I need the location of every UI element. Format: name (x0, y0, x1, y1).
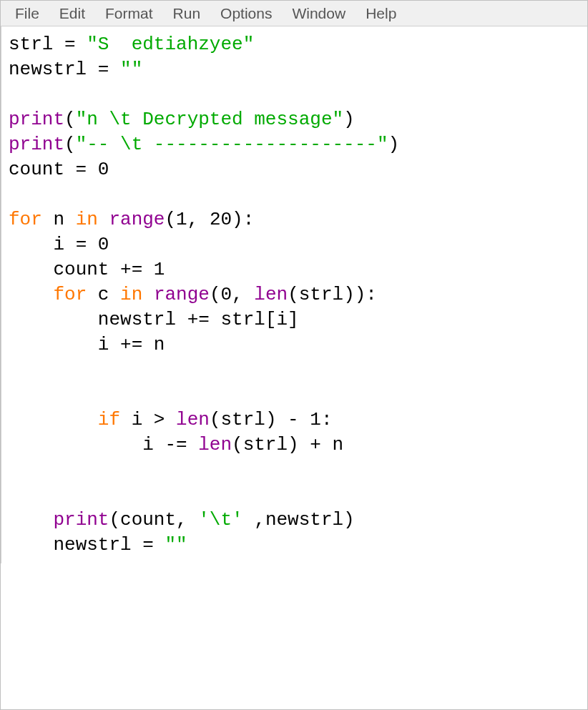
code-line-11: for c in range(0, len(strl)): (9, 284, 377, 305)
code-line-6: count = 0 (9, 159, 109, 180)
code-editor[interactable]: strl = "S edtiahzyee" newstrl = "" print… (1, 26, 587, 563)
code-line-21: newstrl = "" (9, 534, 187, 556)
code-line-8: for n in range(1, 20): (9, 209, 254, 230)
menu-format[interactable]: Format (95, 2, 163, 25)
code-line-16: if i > len(strl) - 1: (9, 409, 333, 430)
menu-window[interactable]: Window (282, 2, 356, 25)
code-line-1: strl = "S edtiahzyee" (9, 34, 254, 55)
code-line-2: newstrl = "" (9, 59, 142, 80)
code-line-12: newstrl += strl[i] (9, 309, 299, 330)
code-line-17: i -= len(strl) + n (9, 434, 343, 455)
code-line-5: print("-- \t --------------------") (9, 134, 399, 155)
menubar: File Edit Format Run Options Window Help (1, 1, 587, 26)
code-line-20: print(count, '\t' ,newstrl) (9, 509, 355, 531)
menu-run[interactable]: Run (163, 2, 211, 25)
menu-file[interactable]: File (5, 2, 49, 25)
code-line-4: print("n \t Decrypted message") (9, 109, 355, 130)
menu-edit[interactable]: Edit (49, 2, 95, 25)
code-line-10: count += 1 (9, 259, 165, 280)
code-line-13: i += n (9, 334, 165, 355)
menu-options[interactable]: Options (210, 2, 282, 25)
menu-help[interactable]: Help (356, 2, 406, 25)
code-line-9: i = 0 (9, 234, 109, 255)
